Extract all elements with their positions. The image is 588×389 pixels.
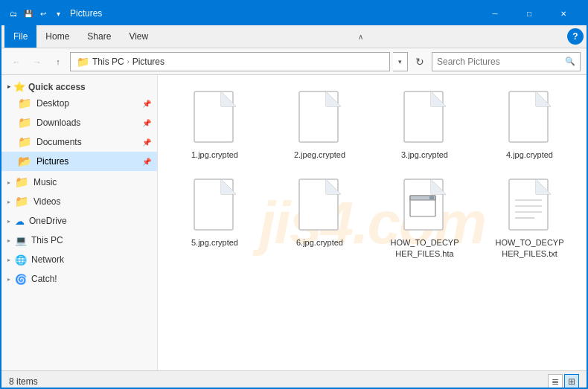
sidebar-item-music-label: Music: [33, 177, 57, 187]
folder-icon: 📁: [15, 195, 29, 208]
pin-icon: 📌: [142, 138, 151, 147]
address-path[interactable]: 📁 This PC › Pictures: [70, 52, 390, 71]
minimize-button[interactable]: ─: [478, 1, 512, 25]
chevron-catch-icon: ▸: [7, 276, 10, 283]
folder-icon: 📁: [18, 135, 32, 149]
undo-icon: ↩: [37, 7, 49, 19]
file-item-3[interactable]: 3.jpg.crypted: [374, 81, 476, 166]
sidebar-item-videos-label: Videos: [33, 196, 60, 207]
forward-button[interactable]: →: [28, 53, 46, 71]
back-button[interactable]: ←: [7, 53, 25, 71]
title-bar-icons: 🗂 💾 ↩ ▾: [7, 7, 64, 19]
close-button[interactable]: ✕: [546, 1, 581, 25]
quick-access-label: Quick access: [28, 82, 86, 92]
sidebar-item-thispc[interactable]: ▸ 💻 This PC: [1, 231, 157, 250]
maximize-button[interactable]: □: [512, 1, 546, 25]
file-name-7: HOW_TO_DECYPHER_FILES.hta: [388, 237, 462, 259]
chevron-videos-icon: ▸: [7, 199, 10, 205]
file-icon-3: [398, 87, 452, 147]
sidebar-item-onedrive[interactable]: ▸ ☁ OneDrive: [1, 211, 157, 231]
up-button[interactable]: ↑: [49, 53, 67, 71]
file-grid: 1.jpg.crypted 2.jpeg.crypted: [164, 81, 581, 265]
sidebar-item-network-label: Network: [31, 254, 64, 265]
path-folder-icon: 📁: [77, 56, 89, 68]
sidebar-item-desktop[interactable]: 📁 Desktop 📌: [1, 94, 157, 113]
sidebar-item-downloads[interactable]: 📁 Downloads 📌: [1, 113, 157, 132]
file-item-4[interactable]: 4.jpg.crypted: [479, 81, 581, 166]
sidebar: ▸ ⭐ Quick access 📁 Desktop 📌 📁 Downloads…: [1, 75, 158, 370]
path-separator: ›: [127, 58, 130, 65]
ribbon: File Home Share View ∧ ?: [1, 25, 587, 48]
down-arrow-icon: ▾: [52, 7, 64, 19]
sidebar-item-documents-label: Documents: [36, 137, 82, 147]
file-area: jis4.com 1.jpg.crypted: [158, 75, 587, 370]
catch-icon: 🌀: [15, 274, 27, 285]
sidebar-item-music[interactable]: ▸ 📁 Music: [1, 173, 157, 192]
chevron-right-icon: ▸: [7, 83, 10, 90]
sidebar-item-videos[interactable]: ▸ 📁 Videos: [1, 192, 157, 211]
sidebar-item-catch[interactable]: ▸ 🌀 Catch!: [1, 269, 157, 289]
tab-share[interactable]: Share: [78, 25, 120, 48]
file-item-1[interactable]: 1.jpg.crypted: [164, 81, 266, 166]
chevron-music-icon: ▸: [7, 179, 10, 186]
address-bar: ← → ↑ 📁 This PC › Pictures ▾ ↻ 🔍: [1, 48, 587, 75]
path-segment-pictures: Pictures: [132, 57, 164, 67]
main-layout: ▸ ⭐ Quick access 📁 Desktop 📌 📁 Downloads…: [1, 75, 587, 370]
svg-rect-23: [429, 196, 434, 199]
search-box[interactable]: 🔍: [432, 52, 581, 71]
sidebar-item-documents[interactable]: 📁 Documents 📌: [1, 132, 157, 152]
sidebar-item-pictures-label: Pictures: [36, 156, 68, 167]
sidebar-header-quick-access[interactable]: ▸ ⭐ Quick access: [1, 78, 157, 94]
title-bar: 🗂 💾 ↩ ▾ Pictures ─ □ ✕: [1, 1, 587, 25]
refresh-button[interactable]: ↻: [411, 53, 429, 71]
folder-icon: 📁: [18, 97, 32, 110]
list-view-button[interactable]: ≣: [548, 374, 563, 389]
search-input[interactable]: [437, 57, 562, 67]
sidebar-item-desktop-label: Desktop: [36, 98, 69, 109]
sidebar-section-quick-access: ▸ ⭐ Quick access 📁 Desktop 📌 📁 Downloads…: [1, 78, 157, 171]
file-icon-4: [503, 87, 557, 147]
address-dropdown-button[interactable]: ▾: [393, 52, 408, 71]
file-item-6[interactable]: 6.jpg.crypted: [269, 169, 371, 265]
file-name-2: 2.jpeg.crypted: [294, 150, 345, 160]
file-item-7[interactable]: HOW_TO_DECYPHER_FILES.hta: [374, 169, 476, 265]
file-name-4: 4.jpg.crypted: [506, 150, 553, 160]
status-bar: 8 items ≣ ⊞: [1, 370, 587, 389]
window-controls: ─ □ ✕: [478, 1, 581, 25]
file-icon-1: [188, 87, 242, 147]
file-name-8: HOW_TO_DECYPHER_FILES.txt: [493, 237, 567, 259]
detail-view-button[interactable]: ⊞: [564, 374, 579, 389]
tab-file[interactable]: File: [4, 25, 36, 48]
status-count: 8 items: [9, 376, 38, 387]
file-icon-7: [398, 175, 452, 234]
sidebar-item-network[interactable]: ▸ 🌐 Network: [1, 250, 157, 269]
sidebar-item-onedrive-label: OneDrive: [29, 216, 67, 226]
help-button[interactable]: ?: [567, 28, 584, 45]
pin-icon: 📌: [142, 100, 151, 108]
file-item-8[interactable]: HOW_TO_DECYPHER_FILES.txt: [479, 169, 581, 265]
file-icon-8: [503, 175, 557, 234]
tab-home[interactable]: Home: [36, 25, 78, 48]
tab-view[interactable]: View: [120, 25, 157, 48]
file-item-5[interactable]: 5.jpg.crypted: [164, 169, 266, 265]
chevron-onedrive-icon: ▸: [7, 218, 10, 225]
ribbon-collapse-icon[interactable]: ∧: [358, 33, 363, 41]
quick-access-star-icon: ⭐: [13, 81, 25, 92]
file-name-1: 1.jpg.crypted: [191, 150, 238, 160]
path-segment-thispc: This PC: [92, 57, 124, 67]
sidebar-item-catch-label: Catch!: [31, 274, 57, 284]
file-icon-2: [293, 87, 347, 147]
file-icon-6: [293, 175, 347, 234]
file-name-3: 3.jpg.crypted: [401, 150, 448, 160]
thispc-icon: 💻: [15, 235, 27, 246]
window-title: Pictures: [70, 8, 478, 19]
sidebar-item-pictures[interactable]: 📂 Pictures 📌: [1, 152, 157, 171]
file-item-2[interactable]: 2.jpeg.crypted: [269, 81, 371, 166]
onedrive-icon: ☁: [15, 216, 25, 227]
quick-access-icon: 🗂: [7, 7, 19, 19]
ribbon-tabs: File Home Share View ∧ ?: [1, 25, 587, 48]
chevron-network-icon: ▸: [7, 257, 10, 263]
file-name-6: 6.jpg.crypted: [296, 237, 343, 248]
save-icon: 💾: [22, 7, 34, 19]
chevron-thispc-icon: ▸: [7, 237, 10, 244]
